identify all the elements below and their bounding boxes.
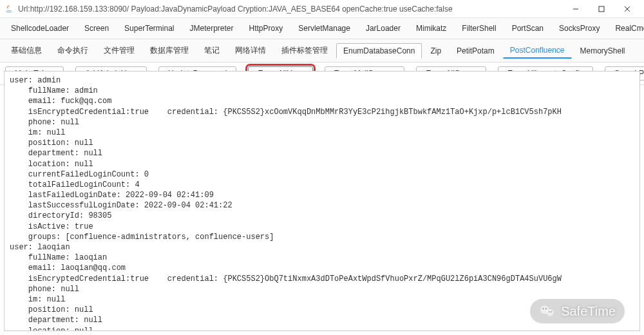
svg-point-5 [547,309,554,316]
tab-httpproxy[interactable]: HttpProxy [242,21,290,36]
watermark: SafeTime [530,299,625,323]
close-button[interactable] [614,0,640,18]
tab-命令执行[interactable]: 命令执行 [50,42,95,59]
tab-jarloader[interactable]: JarLoader [359,21,408,36]
tab-数据库管理[interactable]: 数据库管理 [143,42,196,59]
output-pane[interactable]: user: admin fullName: admin email: fuck@… [4,71,640,331]
tab-笔记[interactable]: 笔记 [197,42,227,59]
svg-point-9 [551,311,552,312]
tab-servletmanage[interactable]: ServletManage [291,21,357,36]
tab-superterminal[interactable]: SuperTerminal [117,21,181,36]
tab-realcmd[interactable]: RealCmd [608,21,644,36]
title-bar: Url:http://192.168.159.133:8090/ Payload… [0,0,644,18]
tab-文件管理[interactable]: 文件管理 [97,42,142,59]
tab-portscan[interactable]: PortScan [505,21,551,36]
tab-EnumDatabaseConn[interactable]: EnumDatabaseConn [336,43,422,59]
tab-PetitPotam[interactable]: PetitPotam [450,43,502,59]
tab-PostConfluence[interactable]: PostConfluence [503,43,572,59]
svg-rect-1 [599,6,604,12]
svg-point-6 [543,308,544,309]
tabs-row-1: ShellcodeLoaderScreenSuperTerminalJMeter… [0,18,644,39]
tabs-row-2: 基础信息命令执行文件管理数据库管理笔记网络详情插件标签管理EnumDatabas… [0,39,644,62]
svg-point-7 [545,308,547,309]
watermark-label: SafeTime [561,304,616,319]
tab-Zip[interactable]: Zip [423,43,448,59]
tab-screen[interactable]: Screen [77,21,116,36]
tab-网络详情[interactable]: 网络详情 [228,42,273,59]
tab-插件标签管理[interactable]: 插件标签管理 [274,42,335,59]
output-text: user: admin fullName: admin email: fuck@… [10,76,562,331]
svg-point-8 [549,311,550,312]
tab-jmeterpreter[interactable]: JMeterpreter [182,21,240,36]
window-controls [563,0,640,18]
tab-shellcodeloader[interactable]: ShellcodeLoader [4,21,76,36]
tab-filtershell[interactable]: FilterShell [455,21,503,36]
maximize-button[interactable] [589,0,614,18]
tab-socksproxy[interactable]: SocksProxy [552,21,607,36]
java-icon [4,4,14,14]
tab-mimikatz[interactable]: Mimikatz [409,21,453,36]
window-title: Url:http://192.168.159.133:8090/ Payload… [18,5,563,14]
minimize-button[interactable] [563,0,589,18]
wechat-icon [539,303,556,320]
tab-MemoryShell[interactable]: MemoryShell [573,43,632,59]
tab-基础信息[interactable]: 基础信息 [4,42,49,59]
